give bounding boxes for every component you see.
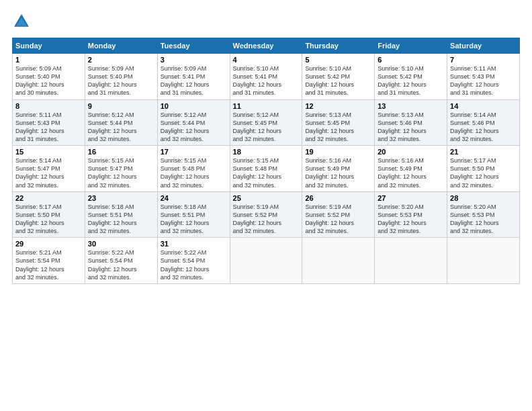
day-cell (230, 238, 302, 284)
day-info: Sunrise: 5:12 AM Sunset: 5:45 PM Dayligh… (233, 111, 300, 144)
day-cell: 8Sunrise: 5:11 AM Sunset: 5:43 PM Daylig… (13, 99, 85, 146)
day-cell: 9Sunrise: 5:12 AM Sunset: 5:44 PM Daylig… (85, 99, 157, 146)
day-info: Sunrise: 5:17 AM Sunset: 5:50 PM Dayligh… (15, 203, 82, 236)
day-cell: 5Sunrise: 5:10 AM Sunset: 5:42 PM Daylig… (302, 54, 375, 100)
day-info: Sunrise: 5:20 AM Sunset: 5:53 PM Dayligh… (450, 203, 517, 236)
day-info: Sunrise: 5:15 AM Sunset: 5:48 PM Dayligh… (233, 156, 300, 189)
day-number: 1 (15, 56, 82, 64)
day-info: Sunrise: 5:22 AM Sunset: 5:54 PM Dayligh… (88, 248, 154, 281)
day-info: Sunrise: 5:14 AM Sunset: 5:47 PM Dayligh… (15, 156, 82, 189)
day-number: 17 (161, 148, 227, 156)
column-header-sunday: Sunday (13, 38, 85, 54)
day-info: Sunrise: 5:14 AM Sunset: 5:46 PM Dayligh… (450, 111, 517, 144)
day-cell: 22Sunrise: 5:17 AM Sunset: 5:50 PM Dayli… (13, 191, 85, 238)
column-header-friday: Friday (375, 38, 447, 54)
page: SundayMondayTuesdayWednesdayThursdayFrid… (0, 0, 532, 411)
day-number: 5 (305, 56, 371, 64)
day-number: 18 (233, 148, 300, 156)
day-number: 24 (161, 194, 227, 202)
day-cell: 1Sunrise: 5:09 AM Sunset: 5:40 PM Daylig… (13, 54, 85, 100)
day-cell: 28Sunrise: 5:20 AM Sunset: 5:53 PM Dayli… (447, 191, 520, 238)
day-info: Sunrise: 5:22 AM Sunset: 5:54 PM Dayligh… (161, 248, 227, 281)
day-cell: 4Sunrise: 5:10 AM Sunset: 5:41 PM Daylig… (230, 54, 302, 100)
day-cell: 18Sunrise: 5:15 AM Sunset: 5:48 PM Dayli… (230, 146, 302, 192)
day-info: Sunrise: 5:09 AM Sunset: 5:40 PM Dayligh… (88, 64, 154, 97)
logo (12, 12, 34, 31)
day-number: 19 (305, 148, 371, 156)
day-cell: 19Sunrise: 5:16 AM Sunset: 5:49 PM Dayli… (302, 146, 375, 192)
day-info: Sunrise: 5:18 AM Sunset: 5:51 PM Dayligh… (161, 203, 227, 236)
day-info: Sunrise: 5:16 AM Sunset: 5:49 PM Dayligh… (305, 156, 371, 189)
day-cell: 2Sunrise: 5:09 AM Sunset: 5:40 PM Daylig… (85, 54, 157, 100)
day-number: 25 (233, 194, 300, 202)
day-number: 13 (378, 102, 444, 110)
day-cell: 16Sunrise: 5:15 AM Sunset: 5:47 PM Dayli… (85, 146, 157, 192)
column-header-monday: Monday (85, 38, 157, 54)
day-cell: 31Sunrise: 5:22 AM Sunset: 5:54 PM Dayli… (157, 238, 230, 284)
day-cell: 20Sunrise: 5:16 AM Sunset: 5:49 PM Dayli… (375, 146, 447, 192)
day-number: 4 (233, 56, 300, 64)
day-cell: 29Sunrise: 5:21 AM Sunset: 5:54 PM Dayli… (13, 238, 85, 284)
column-header-wednesday: Wednesday (230, 38, 302, 54)
day-cell: 27Sunrise: 5:20 AM Sunset: 5:53 PM Dayli… (375, 191, 447, 238)
day-info: Sunrise: 5:12 AM Sunset: 5:44 PM Dayligh… (88, 111, 154, 144)
day-number: 12 (305, 102, 371, 110)
day-info: Sunrise: 5:21 AM Sunset: 5:54 PM Dayligh… (15, 248, 82, 281)
day-info: Sunrise: 5:10 AM Sunset: 5:42 PM Dayligh… (378, 64, 444, 97)
day-cell (302, 238, 375, 284)
day-cell: 10Sunrise: 5:12 AM Sunset: 5:44 PM Dayli… (157, 99, 230, 146)
day-number: 6 (378, 56, 444, 64)
day-number: 10 (161, 102, 227, 110)
day-info: Sunrise: 5:10 AM Sunset: 5:42 PM Dayligh… (305, 64, 371, 97)
day-cell: 30Sunrise: 5:22 AM Sunset: 5:54 PM Dayli… (85, 238, 157, 284)
day-cell (447, 238, 520, 284)
day-number: 26 (305, 194, 371, 202)
day-number: 28 (450, 194, 517, 202)
day-number: 11 (233, 102, 300, 110)
day-info: Sunrise: 5:11 AM Sunset: 5:43 PM Dayligh… (15, 111, 82, 144)
header-row: SundayMondayTuesdayWednesdayThursdayFrid… (13, 38, 520, 54)
week-row-3: 15Sunrise: 5:14 AM Sunset: 5:47 PM Dayli… (13, 146, 520, 192)
day-info: Sunrise: 5:11 AM Sunset: 5:43 PM Dayligh… (450, 64, 517, 97)
day-number: 22 (15, 194, 82, 202)
calendar-table: SundayMondayTuesdayWednesdayThursdayFrid… (12, 38, 520, 284)
day-cell: 26Sunrise: 5:19 AM Sunset: 5:52 PM Dayli… (302, 191, 375, 238)
day-number: 29 (15, 240, 82, 248)
day-cell: 25Sunrise: 5:19 AM Sunset: 5:52 PM Dayli… (230, 191, 302, 238)
day-number: 30 (88, 240, 154, 248)
day-cell: 24Sunrise: 5:18 AM Sunset: 5:51 PM Dayli… (157, 191, 230, 238)
day-info: Sunrise: 5:09 AM Sunset: 5:41 PM Dayligh… (161, 64, 227, 97)
day-cell: 13Sunrise: 5:13 AM Sunset: 5:46 PM Dayli… (375, 99, 447, 146)
day-cell: 23Sunrise: 5:18 AM Sunset: 5:51 PM Dayli… (85, 191, 157, 238)
day-number: 9 (88, 102, 154, 110)
day-info: Sunrise: 5:19 AM Sunset: 5:52 PM Dayligh… (305, 203, 371, 236)
day-cell: 17Sunrise: 5:15 AM Sunset: 5:48 PM Dayli… (157, 146, 230, 192)
day-cell: 11Sunrise: 5:12 AM Sunset: 5:45 PM Dayli… (230, 99, 302, 146)
week-row-5: 29Sunrise: 5:21 AM Sunset: 5:54 PM Dayli… (13, 238, 520, 284)
day-number: 31 (161, 240, 227, 248)
day-cell: 3Sunrise: 5:09 AM Sunset: 5:41 PM Daylig… (157, 54, 230, 100)
day-info: Sunrise: 5:12 AM Sunset: 5:44 PM Dayligh… (161, 111, 227, 144)
logo-icon (12, 12, 31, 31)
day-info: Sunrise: 5:13 AM Sunset: 5:45 PM Dayligh… (305, 111, 371, 144)
week-row-2: 8Sunrise: 5:11 AM Sunset: 5:43 PM Daylig… (13, 99, 520, 146)
day-info: Sunrise: 5:20 AM Sunset: 5:53 PM Dayligh… (378, 203, 444, 236)
day-info: Sunrise: 5:09 AM Sunset: 5:40 PM Dayligh… (15, 64, 82, 97)
day-number: 3 (161, 56, 227, 64)
day-number: 16 (88, 148, 154, 156)
day-info: Sunrise: 5:10 AM Sunset: 5:41 PM Dayligh… (233, 64, 300, 97)
day-number: 15 (15, 148, 82, 156)
column-header-tuesday: Tuesday (157, 38, 230, 54)
header (12, 12, 520, 31)
day-cell: 21Sunrise: 5:17 AM Sunset: 5:50 PM Dayli… (447, 146, 520, 192)
day-cell: 12Sunrise: 5:13 AM Sunset: 5:45 PM Dayli… (302, 99, 375, 146)
day-cell: 14Sunrise: 5:14 AM Sunset: 5:46 PM Dayli… (447, 99, 520, 146)
day-number: 7 (450, 56, 517, 64)
day-cell (375, 238, 447, 284)
week-row-4: 22Sunrise: 5:17 AM Sunset: 5:50 PM Dayli… (13, 191, 520, 238)
day-number: 21 (450, 148, 517, 156)
day-number: 23 (88, 194, 154, 202)
day-info: Sunrise: 5:18 AM Sunset: 5:51 PM Dayligh… (88, 203, 154, 236)
calendar-body: 1Sunrise: 5:09 AM Sunset: 5:40 PM Daylig… (13, 54, 520, 284)
day-number: 27 (378, 194, 444, 202)
